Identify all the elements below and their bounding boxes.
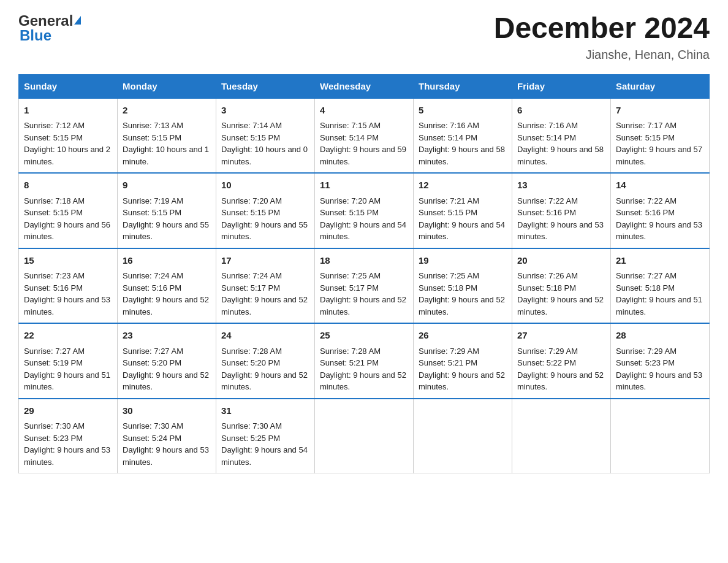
logo-triangle-icon [74,16,81,25]
calendar-week-row: 1Sunrise: 7:12 AMSunset: 5:15 PMDaylight… [19,98,710,174]
page-subtitle: Jianshe, Henan, China [494,48,710,62]
day-number: 24 [221,329,309,343]
calendar-cell: 10Sunrise: 7:20 AMSunset: 5:15 PMDayligh… [216,173,315,248]
day-info: Sunrise: 7:28 AMSunset: 5:20 PMDaylight:… [221,347,308,392]
day-info: Sunrise: 7:28 AMSunset: 5:21 PMDaylight:… [320,347,406,392]
calendar-cell [512,399,611,473]
header-sunday: Sunday [19,74,118,98]
day-info: Sunrise: 7:29 AMSunset: 5:23 PMDaylight:… [616,347,702,392]
day-info: Sunrise: 7:12 AMSunset: 5:15 PMDaylight:… [24,121,110,166]
day-number: 27 [517,329,605,343]
day-info: Sunrise: 7:20 AMSunset: 5:15 PMDaylight:… [320,196,406,242]
logo-blue-text: Blue [18,27,51,44]
header-tuesday: Tuesday [216,74,315,98]
calendar-cell: 28Sunrise: 7:29 AMSunset: 5:23 PMDayligh… [611,323,710,399]
day-number: 1 [24,104,112,118]
calendar-table: Sunday Monday Tuesday Wednesday Thursday… [18,74,710,474]
day-number: 13 [517,178,605,193]
day-info: Sunrise: 7:27 AMSunset: 5:19 PMDaylight:… [24,347,110,392]
day-info: Sunrise: 7:30 AMSunset: 5:25 PMDaylight:… [221,421,308,467]
day-info: Sunrise: 7:22 AMSunset: 5:16 PMDaylight:… [517,196,604,242]
day-info: Sunrise: 7:25 AMSunset: 5:17 PMDaylight:… [320,271,406,316]
calendar-cell: 14Sunrise: 7:22 AMSunset: 5:16 PMDayligh… [611,173,710,248]
day-number: 18 [320,254,408,268]
day-number: 9 [123,178,211,193]
day-number: 22 [24,329,112,343]
day-info: Sunrise: 7:21 AMSunset: 5:15 PMDaylight:… [419,196,505,242]
calendar-week-row: 22Sunrise: 7:27 AMSunset: 5:19 PMDayligh… [19,323,710,399]
day-info: Sunrise: 7:30 AMSunset: 5:24 PMDaylight:… [123,421,209,467]
day-number: 30 [123,404,211,418]
calendar-cell: 16Sunrise: 7:24 AMSunset: 5:16 PMDayligh… [118,248,216,324]
calendar-cell: 4Sunrise: 7:15 AMSunset: 5:14 PMDaylight… [315,98,414,174]
calendar-cell: 12Sunrise: 7:21 AMSunset: 5:15 PMDayligh… [414,173,512,248]
day-number: 29 [24,404,112,418]
day-info: Sunrise: 7:24 AMSunset: 5:17 PMDaylight:… [221,271,308,316]
day-info: Sunrise: 7:22 AMSunset: 5:16 PMDaylight:… [616,196,702,242]
header-thursday: Thursday [414,74,512,98]
page-title: December 2024 [494,12,710,45]
day-info: Sunrise: 7:13 AMSunset: 5:15 PMDaylight:… [123,121,209,166]
calendar-cell: 26Sunrise: 7:29 AMSunset: 5:21 PMDayligh… [414,323,512,399]
logo: General Blue [18,12,81,44]
day-number: 6 [517,104,605,118]
calendar-cell: 17Sunrise: 7:24 AMSunset: 5:17 PMDayligh… [216,248,315,324]
calendar-week-row: 8Sunrise: 7:18 AMSunset: 5:15 PMDaylight… [19,173,710,248]
calendar-cell: 20Sunrise: 7:26 AMSunset: 5:18 PMDayligh… [512,248,611,324]
day-info: Sunrise: 7:29 AMSunset: 5:22 PMDaylight:… [517,347,604,392]
calendar-cell: 19Sunrise: 7:25 AMSunset: 5:18 PMDayligh… [414,248,512,324]
day-number: 19 [419,254,507,268]
day-number: 14 [616,178,704,193]
day-number: 7 [616,104,704,118]
day-number: 12 [419,178,507,193]
calendar-cell: 9Sunrise: 7:19 AMSunset: 5:15 PMDaylight… [118,173,216,248]
day-number: 15 [24,254,112,268]
day-info: Sunrise: 7:27 AMSunset: 5:18 PMDaylight:… [616,271,702,316]
calendar-cell: 1Sunrise: 7:12 AMSunset: 5:15 PMDaylight… [19,98,118,174]
header-monday: Monday [118,74,216,98]
calendar-cell: 25Sunrise: 7:28 AMSunset: 5:21 PMDayligh… [315,323,414,399]
day-number: 26 [419,329,507,343]
day-number: 28 [616,329,704,343]
calendar-cell [611,399,710,473]
calendar-cell: 15Sunrise: 7:23 AMSunset: 5:16 PMDayligh… [19,248,118,324]
day-number: 10 [221,178,309,193]
calendar-cell: 22Sunrise: 7:27 AMSunset: 5:19 PMDayligh… [19,323,118,399]
day-number: 20 [517,254,605,268]
day-number: 5 [419,104,507,118]
day-number: 8 [24,178,112,193]
day-info: Sunrise: 7:23 AMSunset: 5:16 PMDaylight:… [24,271,110,316]
calendar-week-row: 15Sunrise: 7:23 AMSunset: 5:16 PMDayligh… [19,248,710,324]
day-number: 4 [320,104,408,118]
day-number: 21 [616,254,704,268]
calendar-cell: 23Sunrise: 7:27 AMSunset: 5:20 PMDayligh… [118,323,216,399]
day-info: Sunrise: 7:18 AMSunset: 5:15 PMDaylight:… [24,196,110,242]
header-saturday: Saturday [611,74,710,98]
title-block: December 2024 Jianshe, Henan, China [494,12,710,62]
day-number: 31 [221,404,309,418]
calendar-cell: 27Sunrise: 7:29 AMSunset: 5:22 PMDayligh… [512,323,611,399]
day-number: 23 [123,329,211,343]
calendar-cell: 18Sunrise: 7:25 AMSunset: 5:17 PMDayligh… [315,248,414,324]
day-info: Sunrise: 7:24 AMSunset: 5:16 PMDaylight:… [123,271,209,316]
day-info: Sunrise: 7:17 AMSunset: 5:15 PMDaylight:… [616,121,702,166]
day-info: Sunrise: 7:25 AMSunset: 5:18 PMDaylight:… [419,271,505,316]
day-info: Sunrise: 7:19 AMSunset: 5:15 PMDaylight:… [123,196,209,242]
calendar-cell [315,399,414,473]
calendar-cell: 13Sunrise: 7:22 AMSunset: 5:16 PMDayligh… [512,173,611,248]
day-number: 16 [123,254,211,268]
day-info: Sunrise: 7:16 AMSunset: 5:14 PMDaylight:… [517,121,604,166]
day-info: Sunrise: 7:30 AMSunset: 5:23 PMDaylight:… [24,421,110,467]
calendar-cell: 31Sunrise: 7:30 AMSunset: 5:25 PMDayligh… [216,399,315,473]
day-info: Sunrise: 7:14 AMSunset: 5:15 PMDaylight:… [221,121,308,166]
calendar-cell: 11Sunrise: 7:20 AMSunset: 5:15 PMDayligh… [315,173,414,248]
calendar-cell: 5Sunrise: 7:16 AMSunset: 5:14 PMDaylight… [414,98,512,174]
day-info: Sunrise: 7:15 AMSunset: 5:14 PMDaylight:… [320,121,406,166]
day-number: 11 [320,178,408,193]
calendar-cell: 2Sunrise: 7:13 AMSunset: 5:15 PMDaylight… [118,98,216,174]
day-number: 17 [221,254,309,268]
calendar-cell: 6Sunrise: 7:16 AMSunset: 5:14 PMDaylight… [512,98,611,174]
calendar-cell: 21Sunrise: 7:27 AMSunset: 5:18 PMDayligh… [611,248,710,324]
day-info: Sunrise: 7:20 AMSunset: 5:15 PMDaylight:… [221,196,308,242]
header-friday: Friday [512,74,611,98]
